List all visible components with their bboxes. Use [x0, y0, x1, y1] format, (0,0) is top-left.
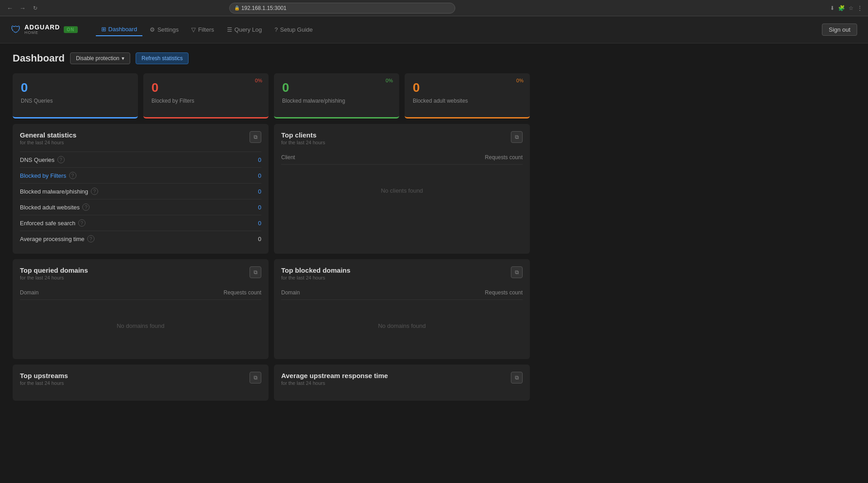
dns-queries-row-text: DNS Queries — [20, 156, 55, 163]
top-upstreams-panel: Top upstreams for the last 24 hours ⧉ — [13, 365, 269, 401]
list-icon: ☰ — [227, 26, 232, 33]
top-blocked-domains-title-area: Top blocked domains for the last 24 hour… — [281, 266, 350, 280]
blocked-malware-help-icon[interactable]: ? — [91, 188, 98, 195]
top-clients-panel-header: Top clients for the last 24 hours ⧉ — [281, 131, 523, 145]
blocked-filters-value: 0 — [151, 80, 260, 95]
reload-button[interactable]: ↻ — [31, 4, 40, 13]
blocked-col-requests: Requests count — [485, 289, 523, 296]
stats-row-blocked-malware: Blocked malware/phishing ? 0 — [20, 183, 261, 199]
top-blocked-domains-link-button[interactable]: ⧉ — [511, 266, 523, 278]
top-blocked-domains-header: Top blocked domains for the last 24 hour… — [281, 266, 523, 280]
top-clients-no-data: No clients found — [281, 165, 523, 217]
top-queried-domains-no-data: No domains found — [20, 300, 261, 352]
page-title: Dashboard — [13, 52, 65, 64]
safe-search-help-icon[interactable]: ? — [78, 219, 85, 227]
nav-filters[interactable]: ▽ Filters — [186, 24, 219, 36]
nav-dashboard-label: Dashboard — [108, 26, 137, 33]
gear-icon: ⚙ — [150, 26, 155, 33]
blocked-filters-row-value: 0 — [258, 172, 261, 179]
nav-query-log[interactable]: ☰ Query Log — [222, 24, 268, 36]
external-link-icon: ⧉ — [254, 134, 258, 140]
menu-icon[interactable]: ⋮ — [857, 5, 863, 11]
blocked-col-domain: Domain — [281, 289, 300, 296]
top-clients-link-button[interactable]: ⧉ — [511, 131, 523, 143]
avg-upstream-response-subtitle: for the last 24 hours — [281, 380, 388, 386]
filter-icon: ▽ — [191, 26, 196, 33]
blocked-adult-help-icon[interactable]: ? — [82, 204, 90, 211]
avg-upstream-response-title: Average upstream response time — [281, 372, 388, 379]
top-clients-panel: Top clients for the last 24 hours ⧉ Clie… — [274, 124, 530, 254]
logo-sub: HOME — [24, 31, 60, 35]
blocked-malware-row-label: Blocked malware/phishing ? — [20, 188, 98, 195]
blocked-adult-value: 0 — [413, 80, 522, 95]
top-queried-domains-table-header: Domain Requests count — [20, 287, 261, 300]
clients-col-client: Client — [281, 154, 295, 161]
download-icon[interactable]: ⬇ — [830, 5, 835, 11]
top-queried-external-link-icon: ⧉ — [254, 269, 258, 275]
queried-col-domain: Domain — [20, 289, 38, 296]
top-upstreams-link-button[interactable]: ⧉ — [250, 372, 261, 384]
star-icon[interactable]: ☆ — [849, 5, 854, 11]
question-icon: ? — [274, 26, 278, 33]
nav-setup-guide-label: Setup Guide — [280, 26, 312, 33]
sign-out-button[interactable]: Sign out — [822, 24, 857, 36]
top-queried-domains-title: Top queried domains — [20, 266, 88, 274]
blocked-adult-label: Blocked adult websites — [413, 98, 522, 110]
panels-row-2: Top queried domains for the last 24 hour… — [13, 259, 530, 359]
nav-dashboard[interactable]: ⊞ Dashboard — [96, 23, 143, 36]
nav-filters-label: Filters — [198, 26, 214, 33]
safe-search-row-text: Enforced safe search — [20, 220, 75, 227]
blocked-malware-value: 0 — [282, 80, 391, 95]
top-upstreams-title: Top upstreams — [20, 372, 68, 379]
top-blocked-domains-table-header: Domain Requests count — [281, 287, 523, 300]
top-queried-domains-header: Top queried domains for the last 24 hour… — [20, 266, 261, 280]
dns-queries-label: DNS Queries — [21, 98, 130, 110]
blocked-filters-percent: 0% — [255, 78, 262, 83]
avg-processing-help-icon[interactable]: ? — [87, 235, 94, 242]
disable-protection-button[interactable]: Disable protection ▾ — [70, 52, 130, 64]
top-clients-subtitle: for the last 24 hours — [281, 140, 325, 145]
top-queried-domains-link-button[interactable]: ⧉ — [250, 266, 261, 278]
address-bar[interactable]: 🔒 192.168.1.15:3001 — [229, 3, 455, 14]
blocked-malware-label: Blocked malware/phishing — [282, 98, 391, 110]
top-queried-domains-title-area: Top queried domains for the last 24 hour… — [20, 266, 88, 280]
top-clients-title-area: Top clients for the last 24 hours — [281, 131, 325, 145]
blocked-adult-percent: 0% — [516, 78, 524, 83]
nav-settings-label: Settings — [157, 26, 179, 33]
dns-queries-help-icon[interactable]: ? — [57, 156, 65, 163]
blocked-filters-help-icon[interactable]: ? — [69, 172, 76, 179]
refresh-statistics-button[interactable]: Refresh statistics — [136, 52, 189, 64]
clients-col-requests: Requests count — [485, 154, 523, 161]
lock-icon: 🔒 — [234, 5, 240, 10]
shield-icon: 🛡 — [11, 24, 21, 36]
general-statistics-link-button[interactable]: ⧉ — [250, 131, 261, 143]
top-blocked-domains-title: Top blocked domains — [281, 266, 350, 274]
general-statistics-panel-header: General statistics for the last 24 hours… — [20, 131, 261, 145]
dns-queries-value: 0 — [21, 80, 130, 95]
blocked-adult-row-value: 0 — [258, 204, 261, 211]
blocked-filters-row-label[interactable]: Blocked by Filters ? — [20, 172, 76, 179]
stats-cards: 0 DNS Queries 0% 0 Blocked by Filters 0%… — [13, 73, 530, 118]
stats-row-avg-processing: Average processing time ? 0 — [20, 231, 261, 246]
address-text: 192.168.1.15:3001 — [241, 5, 287, 11]
back-button[interactable]: ← — [5, 4, 14, 13]
safe-search-row-label: Enforced safe search ? — [20, 219, 85, 227]
avg-upstream-response-link-button[interactable]: ⧉ — [511, 372, 523, 384]
blocked-filters-label: Blocked by Filters — [151, 98, 260, 110]
disable-protection-label: Disable protection — [76, 55, 119, 62]
blocked-adult-row-text: Blocked adult websites — [20, 204, 80, 211]
nav-setup-guide[interactable]: ? Setup Guide — [269, 24, 318, 36]
top-upstreams-header: Top upstreams for the last 24 hours ⧉ — [20, 372, 261, 386]
stats-row-blocked-filters: Blocked by Filters ? 0 — [20, 167, 261, 183]
avg-processing-row-label: Average processing time ? — [20, 235, 94, 242]
top-clients-external-link-icon: ⧉ — [515, 134, 519, 140]
page-header: Dashboard Disable protection ▾ Refresh s… — [13, 52, 530, 64]
forward-button[interactable]: → — [18, 4, 27, 13]
logo-area: 🛡 ADGUARD HOME ON — [11, 24, 78, 36]
avg-upstream-response-header: Average upstream response time for the l… — [281, 372, 523, 386]
avg-processing-row-value: 0 — [258, 236, 261, 242]
top-clients-title: Top clients — [281, 131, 325, 139]
main-content: Dashboard Disable protection ▾ Refresh s… — [0, 43, 542, 410]
extensions-icon[interactable]: 🧩 — [838, 5, 845, 11]
nav-settings[interactable]: ⚙ Settings — [144, 24, 184, 36]
